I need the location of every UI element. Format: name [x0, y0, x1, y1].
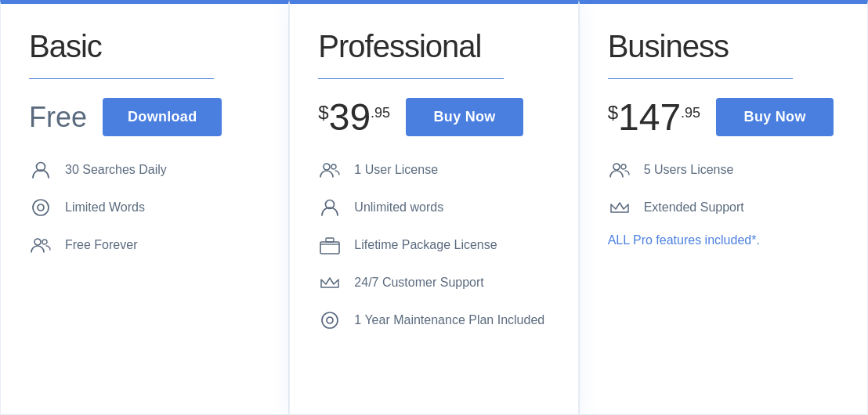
people3-icon [608, 158, 631, 182]
plan-professional-price-row: $ 39 .95 Buy Now [318, 98, 549, 136]
svg-point-5 [324, 164, 330, 170]
plan-basic-features: 30 Searches Daily Limited Words [29, 158, 260, 257]
feature-user-license: 1 User License [318, 158, 549, 182]
plan-professional-dollar: $ [318, 102, 328, 124]
plan-business-dollar: $ [608, 102, 618, 124]
eye-icon [29, 196, 52, 219]
pricing-container: Basic Free Download 30 Searches Daily [0, 0, 868, 415]
person-icon [29, 158, 52, 182]
plan-business-cents: .95 [681, 105, 700, 121]
feature-maintenance: 1 Year Maintenance Plan Included [318, 309, 549, 332]
plan-basic-price-free: Free [29, 101, 87, 134]
plan-basic-divider [29, 78, 214, 79]
plan-business-title: Business [608, 29, 839, 64]
eye2-icon [318, 309, 342, 332]
plan-professional-features: 1 User License Unlimited words [318, 158, 549, 332]
feature-maintenance-label: 1 Year Maintenance Plan Included [354, 313, 544, 327]
plan-basic: Basic Free Download 30 Searches Daily [0, 0, 289, 415]
svg-point-10 [322, 312, 338, 328]
svg-point-12 [613, 164, 620, 170]
package-icon [318, 233, 342, 257]
plan-basic-title: Basic [29, 29, 260, 64]
feature-words: Limited Words [29, 196, 260, 219]
feature-lifetime-label: Lifetime Package License [354, 238, 497, 252]
plan-professional-title: Professional [318, 29, 549, 64]
plan-business-price-row: $ 147 .95 Buy Now [608, 98, 839, 136]
feature-5users: 5 Users License [608, 158, 839, 182]
svg-point-3 [34, 239, 41, 245]
svg-point-13 [621, 164, 626, 169]
plan-professional-cents: .95 [371, 105, 390, 121]
feature-user-license-label: 1 User License [354, 163, 438, 177]
feature-extended-support: Extended Support [608, 196, 839, 219]
feature-forever: Free Forever [29, 233, 260, 257]
feature-forever-label: Free Forever [65, 238, 137, 252]
feature-lifetime: Lifetime Package License [318, 233, 549, 257]
feature-extended-support-label: Extended Support [644, 200, 744, 215]
feature-5users-label: 5 Users License [644, 163, 734, 177]
svg-point-6 [331, 164, 336, 169]
svg-point-2 [38, 204, 44, 211]
person2-icon [318, 196, 342, 219]
svg-point-4 [42, 240, 47, 244]
plan-professional-divider [318, 78, 503, 79]
plan-professional-buy-button[interactable]: Buy Now [406, 98, 523, 136]
feature-unlimited-words: Unlimited words [318, 196, 549, 219]
plan-business-main: 147 [618, 99, 681, 136]
plan-basic-price-row: Free Download [29, 98, 260, 136]
crown-icon [318, 271, 342, 294]
people-icon [29, 233, 52, 257]
crown2-icon [608, 196, 631, 219]
plan-business-price: $ 147 .95 [608, 99, 700, 136]
feature-words-label: Limited Words [65, 200, 145, 215]
all-pro-note: ALL Pro features included*. [608, 233, 839, 247]
plan-business-features: 5 Users License Extended Support [608, 158, 839, 219]
feature-support: 24/7 Customer Support [318, 271, 549, 294]
feature-support-label: 24/7 Customer Support [354, 276, 483, 290]
plan-business-divider [608, 78, 793, 79]
svg-point-11 [327, 317, 333, 323]
svg-rect-8 [320, 242, 339, 254]
feature-searches: 30 Searches Daily [29, 158, 260, 182]
feature-searches-label: 30 Searches Daily [65, 163, 167, 177]
plan-business: Business $ 147 .95 Buy Now 5 [579, 0, 868, 415]
plan-business-buy-button[interactable]: Buy Now [716, 98, 834, 136]
feature-unlimited-words-label: Unlimited words [354, 200, 443, 215]
plan-professional: Professional $ 39 .95 Buy Now [289, 0, 578, 415]
plan-professional-price: $ 39 .95 [318, 99, 390, 136]
plan-basic-download-button[interactable]: Download [103, 98, 222, 136]
svg-point-1 [33, 200, 49, 215]
plan-professional-main: 39 [329, 99, 371, 136]
people2-icon [318, 158, 342, 182]
